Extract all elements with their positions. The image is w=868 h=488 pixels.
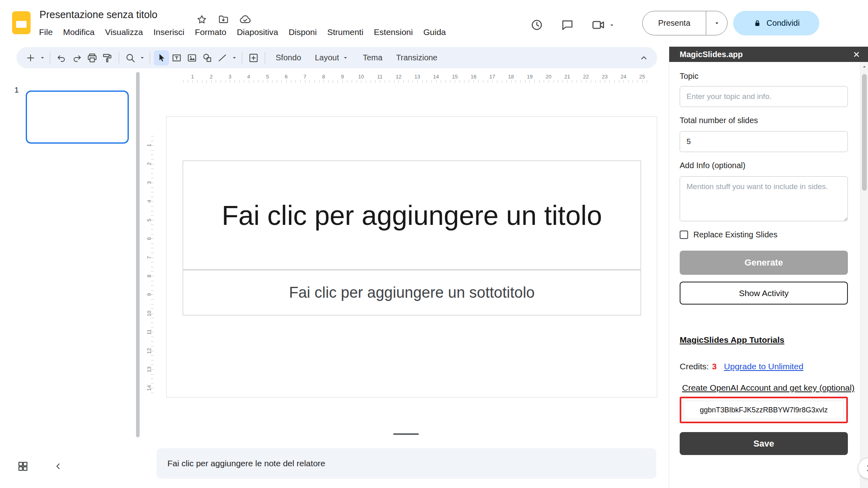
insert-line-button[interactable] <box>215 50 230 66</box>
ruler-tick-label: 9 <box>140 290 158 300</box>
transition-button[interactable]: Transizione <box>389 53 444 62</box>
toolbar: Sfondo Layout Tema Transizione <box>16 47 657 68</box>
present-button[interactable]: Presenta <box>642 11 728 35</box>
credits-row: Credits: 3 Upgrade to Unlimited <box>680 362 848 371</box>
insert-shape-button[interactable] <box>200 50 215 66</box>
horizontal-ruler: 1234567891011121314151617181920212223242… <box>183 74 652 83</box>
panel-scrollbar[interactable] <box>860 62 868 488</box>
layout-caret-icon <box>342 54 349 61</box>
replace-slides-checkbox[interactable] <box>680 231 688 239</box>
ruler-tick-label: 10 <box>140 309 158 318</box>
filmstrip-scrollbar[interactable] <box>136 72 140 437</box>
move-folder-icon[interactable] <box>217 13 229 25</box>
menubar-item[interactable]: Inserisci <box>148 25 190 39</box>
comments-icon[interactable] <box>561 19 574 31</box>
menubar-item[interactable]: Guida <box>418 25 451 39</box>
redo-button[interactable] <box>69 50 85 66</box>
collapse-filmstrip-button[interactable] <box>53 461 64 473</box>
collapse-toolbar-button[interactable] <box>636 50 652 66</box>
api-key-input[interactable] <box>684 401 844 419</box>
ruler-tick-label: 17 <box>483 74 502 83</box>
menubar-item[interactable]: Visualizza <box>100 25 148 39</box>
zoom-button[interactable] <box>123 50 138 66</box>
meet-camera-button[interactable] <box>592 18 615 32</box>
tutorials-link[interactable]: MagicSlides App Tutorials <box>680 335 784 345</box>
cursor-icon <box>157 53 167 63</box>
share-button[interactable]: Condividi <box>733 11 819 35</box>
generate-button[interactable]: Generate <box>680 251 848 275</box>
ruler-tick-label: 4 <box>239 74 258 83</box>
theme-button[interactable]: Tema <box>356 53 389 62</box>
background-button[interactable]: Sfondo <box>269 53 308 62</box>
notes-drag-handle[interactable] <box>393 433 419 435</box>
ruler-tick-label: 6 <box>140 234 158 243</box>
google-slides-app: Presentazione senza titolo FileModificaV… <box>0 0 868 488</box>
print-button[interactable] <box>85 50 100 66</box>
toolbar-separator <box>50 52 50 64</box>
scrollbar-up-arrow-icon[interactable] <box>860 62 868 72</box>
slides-logo-icon[interactable] <box>12 11 31 34</box>
ruler-tick-label: 14 <box>140 383 158 393</box>
magicslides-title: MagicSlides.app <box>680 50 853 59</box>
speaker-notes[interactable]: Fai clic per aggiungere le note del rela… <box>157 448 656 479</box>
ruler-tick-label: 5 <box>140 215 158 225</box>
insert-comment-button[interactable] <box>246 50 261 66</box>
slide-number: 1 <box>14 86 19 95</box>
zoom-caret-icon[interactable] <box>138 54 146 61</box>
line-caret-icon[interactable] <box>230 54 238 61</box>
menubar-item[interactable]: File <box>34 25 58 39</box>
topic-input[interactable] <box>680 86 848 107</box>
menubar-item[interactable]: Estensioni <box>369 25 418 39</box>
ruler-tick-label: 23 <box>595 74 614 83</box>
version-history-icon[interactable] <box>530 19 543 31</box>
menubar-item[interactable]: Disponi <box>283 25 322 39</box>
meet-caret-icon[interactable] <box>608 22 615 29</box>
add-info-textarea[interactable] <box>680 176 848 221</box>
menubar-item[interactable]: Strumenti <box>322 25 369 39</box>
new-slide-button[interactable] <box>23 50 38 66</box>
undo-button[interactable] <box>54 50 69 66</box>
slide-thumbnail[interactable] <box>26 91 129 144</box>
topic-label: Topic <box>680 72 848 82</box>
ruler-tick-label: 15 <box>445 74 464 83</box>
replace-slides-label: Replace Existing Slides <box>693 230 777 239</box>
layout-button[interactable]: Layout <box>308 53 356 62</box>
menubar-item[interactable]: Modifica <box>58 25 100 39</box>
total-slides-input[interactable] <box>680 131 848 152</box>
menubar-item[interactable]: Diapositiva <box>231 25 283 39</box>
transition-label: Transizione <box>396 53 437 62</box>
ruler-tick-label: 8 <box>140 271 158 281</box>
ruler-tick-label: 5 <box>258 74 277 83</box>
toolbar-separator <box>242 52 242 64</box>
text-box-button[interactable] <box>169 50 184 66</box>
present-options-caret-icon[interactable] <box>706 20 727 27</box>
grid-view-button[interactable] <box>17 460 29 474</box>
save-button[interactable]: Save <box>680 432 848 455</box>
ruler-tick-label: 8 <box>314 74 333 83</box>
ruler-tick-label: 9 <box>333 74 352 83</box>
cloud-saved-icon[interactable] <box>239 13 251 25</box>
subtitle-placeholder-box[interactable]: Fai clic per aggiungere un sottotitolo <box>183 270 641 315</box>
document-title[interactable]: Presentazione senza titolo <box>39 9 157 21</box>
ruler-tick-label: 7 <box>295 74 314 83</box>
insert-image-button[interactable] <box>184 50 200 66</box>
close-panel-icon[interactable]: ✕ <box>853 50 860 59</box>
slides-logo-inner <box>16 21 27 28</box>
panel-scrollbar-thumb[interactable] <box>862 74 867 191</box>
ruler-tick-label: 1 <box>183 74 202 83</box>
ruler-tick-label: 1 <box>140 140 158 150</box>
slide-canvas[interactable]: Fai clic per aggiungere un titolo Fai cl… <box>166 116 657 397</box>
openai-key-link[interactable]: Create OpenAI Account and get key (optio… <box>682 382 855 393</box>
credits-label: Credits: <box>680 362 709 371</box>
star-icon[interactable] <box>196 13 208 25</box>
upgrade-link[interactable]: Upgrade to Unlimited <box>724 362 803 371</box>
new-slide-caret-icon[interactable] <box>38 54 46 61</box>
api-key-highlight-box <box>680 397 848 423</box>
menubar-item[interactable]: Formato <box>190 25 231 39</box>
credits-value: 3 <box>712 362 717 371</box>
show-activity-button[interactable]: Show Activity <box>680 282 848 305</box>
paint-format-button[interactable] <box>100 50 115 66</box>
select-tool-button[interactable] <box>154 50 169 66</box>
ruler-tick-label: 21 <box>558 74 577 83</box>
title-placeholder-box[interactable]: Fai clic per aggiungere un titolo <box>183 161 641 270</box>
